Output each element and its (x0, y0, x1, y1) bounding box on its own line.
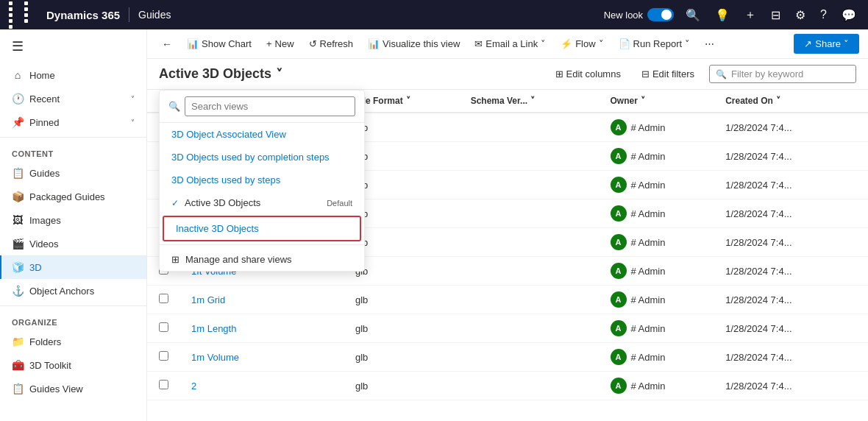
guides-icon: 📋 (12, 167, 24, 179)
show-chart-button[interactable]: 📊 Show Chart (181, 35, 257, 53)
row-cell-created-1: 1/28/2024 7:4... (716, 145, 856, 168)
row-cell-name-7[interactable]: 1m Length (182, 317, 346, 340)
row-cell-name-8[interactable]: 1m Volume (182, 346, 346, 369)
owner-name-9: # Admin (631, 381, 666, 392)
row-cell-created-3: 1/28/2024 7:4... (716, 202, 856, 225)
settings-icon[interactable]: ⚙ (792, 5, 808, 25)
manage-views-label: Manage and share views (185, 254, 292, 265)
pinned-chevron: ˅ (131, 118, 135, 127)
visualize-button[interactable]: 📊 Visualize this view (362, 35, 466, 53)
row-checkbox-7[interactable] (159, 322, 168, 332)
back-icon: ← (162, 38, 172, 50)
sidebar-item-packaged-guides[interactable]: 📦 Packaged Guides (0, 185, 146, 208)
row-checkbox-6[interactable] (159, 294, 168, 303)
sidebar-folders-label: Folders (29, 336, 61, 347)
dropdown-item-assoc[interactable]: 3D Object Associated View (160, 123, 364, 146)
toolbar: ← 📊 Show Chart + New ↺ Refresh 📊 Visuali… (147, 29, 868, 59)
row-cell-name-9[interactable]: 2 (182, 375, 346, 397)
new-look-switch[interactable] (647, 8, 674, 21)
nav-divider (129, 7, 129, 22)
sidebar-packaged-label: Packaged Guides (29, 191, 105, 202)
dropdown-item-completion[interactable]: 3D Objects used by completion steps (160, 146, 364, 169)
view-title[interactable]: Active 3D Objects ˅ (159, 66, 282, 82)
col-schema-sort-icon: ˅ (530, 96, 535, 106)
row-cell-owner-0: A # Admin (602, 113, 717, 141)
sidebar-anchors-label: Object Anchors (29, 286, 94, 297)
row-checkbox-8[interactable] (159, 351, 168, 361)
sidebar-item-pinned[interactable]: 📌 Pinned ˅ (0, 110, 146, 134)
sidebar-item-3d-toolkit[interactable]: 🧰 3D Toolkit (0, 353, 146, 377)
email-icon: ✉ (474, 38, 483, 49)
back-button[interactable]: ← (156, 35, 178, 54)
app-grid-icon[interactable] (9, 1, 38, 29)
col-header-owner[interactable]: Owner ˅ (602, 90, 717, 112)
filter-placeholder-text: Filter by keyword (731, 68, 803, 79)
row-cell-created-0: 1/28/2024 7:4... (716, 116, 856, 139)
row-cell-name-6[interactable]: 1m Grid (182, 289, 346, 311)
col-created-sort-icon: ˅ (776, 96, 780, 106)
row-cell-schema-5 (462, 265, 602, 277)
col-owner-label: Owner (611, 96, 638, 106)
completion-label: 3D Objects used by completion steps (171, 152, 330, 163)
row-cell-schema-9 (462, 380, 602, 392)
flow-button[interactable]: ⚡ Flow ˅ (555, 35, 609, 53)
chat-icon[interactable]: 💬 (839, 5, 859, 25)
add-icon[interactable]: ＋ (741, 4, 759, 26)
flow-icon: ⚡ (561, 38, 572, 49)
home-icon: ⌂ (12, 69, 24, 81)
col-header-schema[interactable]: Schema Ver... ˅ (462, 90, 602, 112)
new-look-toggle[interactable]: New look (604, 8, 674, 21)
manage-views-button[interactable]: ⊞ Manage and share views (160, 248, 364, 271)
row-cell-format-9: glb (346, 375, 462, 397)
owner-name-3: # Admin (631, 208, 666, 219)
lightbulb-icon[interactable]: 💡 (712, 5, 733, 25)
content-area: ← 📊 Show Chart + New ↺ Refresh 📊 Visuali… (147, 29, 868, 421)
share-button[interactable]: ↗ Share ˅ (794, 34, 859, 54)
search-icon[interactable]: 🔍 (683, 5, 703, 25)
dropdown-item-inactive[interactable]: Inactive 3D Objects (163, 216, 361, 241)
dropdown-item-active[interactable]: ✓ Active 3D Objects Default (160, 191, 364, 214)
active-check-icon: ✓ (171, 198, 179, 208)
row-checkbox-cell (159, 351, 182, 363)
view-title-text: Active 3D Objects (159, 66, 271, 82)
owner-name-1: # Admin (631, 151, 666, 162)
sidebar-item-home[interactable]: ⌂ Home (0, 63, 146, 87)
run-report-button[interactable]: 📄 Run Report ˅ (613, 35, 696, 53)
sidebar-item-recent[interactable]: 🕐 Recent ˅ (0, 87, 146, 110)
recent-chevron: ˅ (131, 95, 135, 103)
sidebar-item-folders[interactable]: 📁 Folders (0, 330, 146, 353)
filter-icon[interactable]: ⊟ (768, 5, 783, 25)
dropdown-item-steps[interactable]: 3D Objects used by steps (160, 169, 364, 191)
avatar-7: A (611, 320, 627, 336)
sidebar-item-guides[interactable]: 📋 Guides (0, 161, 146, 185)
new-label: New (275, 38, 294, 49)
sidebar-item-videos[interactable]: 🎬 Videos (0, 232, 146, 255)
email-link-button[interactable]: ✉ Email a Link ˅ (469, 35, 552, 53)
edit-filters-button[interactable]: ⊟ Edit filters (636, 65, 700, 83)
sidebar-item-object-anchors[interactable]: ⚓ Object Anchors (0, 279, 146, 303)
filter-by-keyword[interactable]: 🔍 Filter by keyword (709, 65, 856, 83)
refresh-button[interactable]: ↺ Refresh (303, 35, 360, 53)
col-header-created[interactable]: Created On ˅ (716, 90, 856, 112)
view-title-chevron-icon: ˅ (276, 66, 282, 82)
sidebar-item-guides-view[interactable]: 📋 Guides View (0, 377, 146, 400)
edit-columns-button[interactable]: ⊞ Edit columns (549, 65, 627, 83)
row-cell-owner-5: A # Admin (602, 257, 717, 285)
more-options-button[interactable]: ⋯ (699, 35, 720, 53)
app-name: Guides (138, 9, 171, 21)
new-button[interactable]: + New (260, 35, 300, 53)
avatar-8: A (611, 349, 627, 365)
row-checkbox-9[interactable] (159, 380, 168, 389)
sidebar-item-images[interactable]: 🖼 Images (0, 208, 146, 232)
share-label: Share (815, 38, 841, 49)
help-icon[interactable]: ? (817, 5, 830, 24)
hamburger-menu[interactable]: ☰ (0, 29, 146, 63)
row-cell-format-7: glb (346, 317, 462, 340)
sidebar-item-3d[interactable]: 🧊 3D (0, 255, 146, 279)
report-icon: 📄 (619, 38, 630, 49)
avatar-4: A (611, 234, 627, 250)
row-checkbox-cell (159, 294, 182, 305)
packaged-guides-icon: 📦 (12, 191, 24, 202)
sidebar-guides-label: Guides (29, 168, 60, 179)
search-views-input[interactable] (185, 96, 355, 116)
